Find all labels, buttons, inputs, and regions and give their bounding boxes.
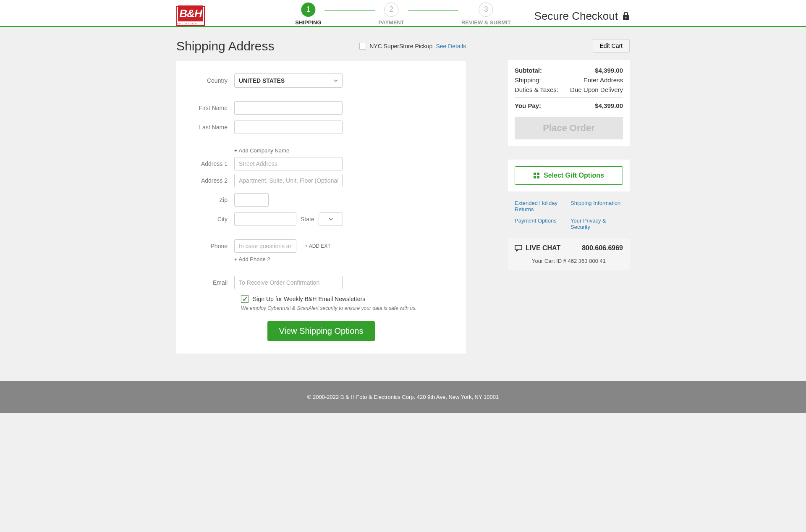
security-note: We employ Cybertrust & ScanAlert securit… xyxy=(241,305,466,311)
chat-icon xyxy=(515,245,522,252)
phone-number: 800.606.6969 xyxy=(582,244,623,252)
step-connector xyxy=(324,10,375,10)
youpay-value: $4,399.00 xyxy=(595,102,623,109)
svg-rect-4 xyxy=(537,173,539,175)
info-links: Extended Holiday Returns Shipping Inform… xyxy=(508,191,630,238)
svg-rect-2 xyxy=(625,17,626,18)
step-number: 1 xyxy=(301,3,315,17)
lock-icon xyxy=(622,11,630,21)
state-label: State xyxy=(301,216,314,223)
logo[interactable]: B&H PHOTO • VIDEO • AUDIO xyxy=(176,6,205,26)
email-input[interactable] xyxy=(234,276,343,289)
returns-link[interactable]: Extended Holiday Returns xyxy=(515,200,567,212)
pickup-checkbox[interactable] xyxy=(359,43,366,50)
see-details-link[interactable]: See Details xyxy=(436,43,466,50)
city-input[interactable] xyxy=(234,212,296,226)
live-chat-button[interactable]: LIVE CHAT xyxy=(515,244,560,252)
gift-options-button[interactable]: Select Gift Options xyxy=(515,166,623,185)
logo-text: B&H xyxy=(178,5,203,21)
chevron-down-icon xyxy=(334,79,338,83)
place-order-button: Place Order xyxy=(515,117,623,139)
svg-rect-5 xyxy=(534,176,536,178)
newsletter-checkbox[interactable]: ✓ xyxy=(241,295,249,303)
secure-checkout-label: Secure Checkout xyxy=(534,10,630,23)
chevron-down-icon xyxy=(329,217,333,221)
last-name-label: Last Name xyxy=(188,124,234,131)
last-name-input[interactable] xyxy=(234,121,343,134)
step-label: PAYMENT xyxy=(378,19,404,30)
shipping-label: Shipping: xyxy=(515,76,541,84)
first-name-label: First Name xyxy=(188,105,234,111)
phone-label: Phone xyxy=(188,243,234,249)
gift-options-card: Select Gift Options xyxy=(508,160,630,191)
payment-options-link[interactable]: Payment Options xyxy=(515,218,567,230)
address1-input[interactable] xyxy=(234,157,343,170)
logo-subtitle: PHOTO • VIDEO • AUDIO xyxy=(177,22,204,27)
email-label: Email xyxy=(188,279,234,286)
view-shipping-options-button[interactable]: View Shipping Options xyxy=(267,321,375,341)
phone-input[interactable] xyxy=(234,239,296,253)
edit-cart-button[interactable]: Edit Cart xyxy=(593,39,630,52)
step-review: 3 REVIEW & SUBMIT xyxy=(461,3,511,30)
newsletter-label: Sign Up for Weekly B&H Email Newsletters xyxy=(253,296,365,302)
country-label: Country xyxy=(188,77,234,84)
pickup-label: NYC SuperStore Pickup xyxy=(369,43,432,50)
duties-label: Duties & Taxes: xyxy=(515,86,558,93)
add-ext-link[interactable]: + ADD EXT xyxy=(305,243,331,249)
subtotal-value: $4,399.00 xyxy=(595,67,623,74)
shipping-form: Country UNITED STATES First Name Last Na… xyxy=(176,61,466,354)
order-summary: Subtotal: $4,399.00 Shipping: Enter Addr… xyxy=(508,60,630,146)
duties-value: Due Upon Delivery xyxy=(570,86,623,93)
step-payment: 2 PAYMENT xyxy=(378,3,404,30)
divider xyxy=(515,97,623,98)
country-select[interactable]: UNITED STATES xyxy=(234,73,343,88)
step-label: SHIPPING xyxy=(295,19,321,30)
privacy-link[interactable]: Your Privacy & Security xyxy=(570,218,623,230)
check-icon: ✓ xyxy=(242,295,248,303)
checkout-steps: 1 SHIPPING 2 PAYMENT 3 REVIEW & SUBMIT xyxy=(295,3,510,30)
header: B&H PHOTO • VIDEO • AUDIO 1 SHIPPING 2 P… xyxy=(0,0,806,27)
address2-label: Address 2 xyxy=(188,177,234,184)
first-name-input[interactable] xyxy=(234,101,343,115)
state-select[interactable] xyxy=(319,212,343,226)
svg-rect-3 xyxy=(534,173,536,175)
page-title: Shipping Address xyxy=(176,39,275,53)
zip-label: Zip xyxy=(188,197,234,203)
address1-label: Address 1 xyxy=(188,160,234,167)
step-label: REVIEW & SUBMIT xyxy=(461,19,511,30)
address2-input[interactable] xyxy=(234,174,343,187)
add-phone-link[interactable]: + Add Phone 2 xyxy=(234,256,270,262)
step-connector xyxy=(408,10,458,10)
chat-card: LIVE CHAT 800.606.6969 Your Cart ID # 46… xyxy=(508,238,630,270)
gift-icon xyxy=(534,173,539,178)
step-number: 3 xyxy=(479,3,493,17)
subtotal-label: Subtotal: xyxy=(515,67,542,74)
footer: © 2000-2022 B & H Foto & Electronics Cor… xyxy=(0,381,806,413)
youpay-label: You Pay: xyxy=(515,102,541,109)
cart-id: Your Cart ID # 462 363 800 41 xyxy=(515,258,623,264)
city-label: City xyxy=(188,216,234,223)
shipping-value: Enter Address xyxy=(584,76,623,84)
svg-rect-6 xyxy=(537,176,539,178)
svg-rect-7 xyxy=(515,245,522,250)
zip-input[interactable] xyxy=(234,193,269,207)
shipping-info-link[interactable]: Shipping Information xyxy=(570,200,623,212)
step-shipping: 1 SHIPPING xyxy=(295,3,321,30)
step-number: 2 xyxy=(384,3,398,17)
add-company-link[interactable]: + Add Company Name xyxy=(234,147,289,154)
store-pickup-option: NYC SuperStore Pickup See Details xyxy=(359,43,466,50)
